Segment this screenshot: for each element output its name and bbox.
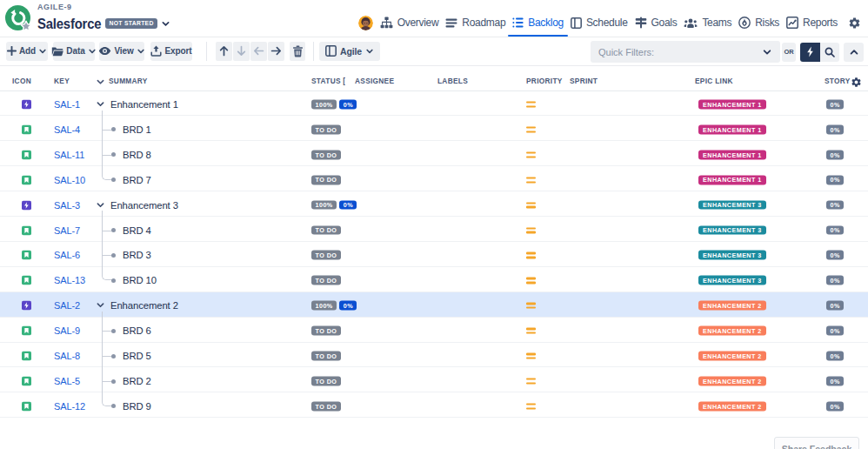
expand-chevron-icon[interactable] [96, 200, 105, 210]
column-header-priority[interactable]: PRIORITY [526, 77, 563, 86]
table-row[interactable]: SAL-4BRD 1TO DOENHANCEMENT 10% [0, 116, 868, 141]
epic-link-cell: ENHANCEMENT 2 [698, 402, 766, 412]
nav-tab-label: Reports [803, 17, 838, 29]
issue-key-link[interactable]: SAL-13 [54, 275, 85, 285]
expand-chevron-icon[interactable] [96, 100, 105, 110]
table-row[interactable]: SAL-2 Enhancement 2100%0%ENHANCEMENT 20% [0, 292, 868, 318]
settings-gear-icon[interactable] [848, 17, 861, 30]
table-row[interactable]: SAL-6BRD 3TO DOENHANCEMENT 30% [0, 242, 868, 267]
story-icon [22, 326, 31, 336]
sitemap-icon [380, 17, 393, 29]
story-points-badge: 0% [826, 175, 844, 184]
table-row[interactable]: SAL-8BRD 5TO DOENHANCEMENT 20% [0, 343, 868, 368]
epic-icon [22, 200, 31, 210]
issue-key-link[interactable]: SAL-5 [54, 376, 80, 386]
nav-tab-label: Teams [702, 17, 731, 29]
tree-line [102, 130, 111, 131]
nav-tab-teams[interactable]: Teams [684, 8, 731, 37]
epic-link-cell: ENHANCEMENT 2 [698, 352, 766, 361]
column-header-sprint[interactable]: SPRINT [570, 77, 598, 86]
status-cell: TO DO [311, 402, 341, 412]
nav-tab-roadmap[interactable]: Roadmap [445, 8, 505, 37]
story-points-cell: 0% [826, 175, 844, 184]
story-icon [22, 175, 31, 184]
issue-key-link[interactable]: SAL-10 [54, 175, 85, 185]
nav-tab-backlog[interactable]: Backlog [512, 8, 564, 37]
table-row[interactable]: SAL-3 Enhancement 3100%0%ENHANCEMENT 30% [0, 191, 868, 217]
nav-tab-reports[interactable]: Reports [786, 8, 838, 37]
story-points-cell: 0% [826, 251, 844, 260]
status-cell: TO DO [311, 225, 341, 235]
status-cell: TO DO [311, 150, 341, 159]
nav-tab-schedule[interactable]: Schedule [571, 8, 628, 37]
status-badge: 0% [339, 200, 357, 210]
issue-key-link[interactable]: SAL-4 [54, 124, 80, 135]
table-row[interactable]: SAL-5BRD 2TO DOENHANCEMENT 20% [0, 367, 868, 392]
story-points-badge: 0% [826, 100, 844, 110]
epic-link-cell: ENHANCEMENT 3 [698, 276, 766, 285]
priority-medium-icon [526, 303, 536, 309]
tree-line [102, 381, 111, 382]
sort-chevron-icon[interactable] [96, 77, 105, 87]
column-header-assignee[interactable]: ASSIGNEE [355, 77, 394, 86]
issue-key-link[interactable]: SAL-3 [54, 200, 80, 211]
issue-key-link[interactable]: SAL-11 [54, 150, 84, 160]
nav-tab-risks[interactable]: Risks [738, 8, 779, 37]
story-points-cell: 0% [826, 100, 844, 110]
column-header-story[interactable]: STORY [825, 77, 851, 86]
nav-tab-label: Schedule [586, 17, 628, 29]
status-badge: TO DO [311, 125, 341, 135]
issue-key-link[interactable]: SAL-8 [54, 351, 80, 361]
column-header-summary[interactable]: SUMMARY [109, 77, 148, 86]
quick-filter-lightning-button[interactable] [800, 43, 820, 62]
tree-line [102, 266, 112, 280]
column-header-icon[interactable]: ICON [12, 77, 31, 86]
expand-chevron-icon[interactable] [96, 301, 105, 311]
status-cell: TO DO [311, 251, 341, 260]
epic-link-badge: ENHANCEMENT 1 [698, 150, 766, 159]
column-header-status-c[interactable]: STATUS [C [311, 77, 345, 86]
search-button[interactable] [820, 43, 840, 62]
column-header-epic-link[interactable]: EPIC LINK [695, 77, 733, 86]
issue-key-link[interactable]: SAL-7 [54, 225, 80, 236]
status-cell: 100%0% [311, 100, 357, 110]
story-points-badge: 0% [826, 251, 844, 260]
table-row[interactable]: SAL-7BRD 4TO DOENHANCEMENT 30% [0, 217, 868, 242]
priority-medium-icon [526, 403, 536, 409]
table-row[interactable]: SAL-1 Enhancement 1100%0%ENHANCEMENT 10% [0, 91, 868, 117]
story-points-cell: 0% [826, 377, 844, 386]
quick-filters-select[interactable]: Quick Filters: [591, 41, 780, 64]
issue-key-link[interactable]: SAL-6 [54, 250, 80, 260]
column-header-key[interactable]: KEY [54, 77, 70, 86]
issue-key-link[interactable]: SAL-1 [54, 99, 80, 110]
story-points-badge: 0% [826, 301, 844, 311]
issue-key-link[interactable]: SAL-9 [54, 325, 80, 336]
table-row[interactable]: SAL-11BRD 8TO DOENHANCEMENT 10% [0, 141, 868, 166]
collapse-toolbar-button[interactable] [844, 43, 864, 62]
epic-link-badge: ENHANCEMENT 1 [698, 175, 766, 184]
table-row[interactable]: SAL-12BRD 9TO DOENHANCEMENT 20% [0, 392, 868, 418]
project-logo[interactable] [3, 3, 38, 38]
share-feedback-button[interactable]: Share Feedback [774, 437, 859, 449]
nav-tab-goals[interactable]: Goals [635, 8, 678, 37]
table-row[interactable]: SAL-9BRD 6TO DOENHANCEMENT 20% [0, 318, 868, 343]
tree-node-dot [111, 354, 116, 359]
project-title-block: AGILE-9 Salesforce NOT STARTED [37, 3, 170, 33]
issue-key-link[interactable]: SAL-12 [54, 401, 85, 412]
backlog-table: ICONKEYSUMMARYSTATUS [CASSIGNEELABELSPRI… [0, 66, 868, 418]
or-toggle[interactable]: OR [782, 43, 796, 62]
story-points-badge: 0% [826, 200, 844, 210]
status-badge: TO DO [311, 402, 341, 412]
nav-tab-label: Risks [755, 17, 779, 29]
nav-tab-overview[interactable]: Overview [380, 8, 439, 37]
status-cell: 100%0% [311, 301, 357, 311]
epic-icon [22, 100, 31, 110]
column-header-labels[interactable]: LABELS [437, 77, 468, 86]
user-avatar[interactable] [358, 16, 373, 30]
tree-node-dot [111, 329, 116, 333]
chevron-down-icon[interactable] [161, 19, 170, 29]
table-row[interactable]: SAL-10BRD 7TO DOENHANCEMENT 10% [0, 166, 868, 191]
issue-key-link[interactable]: SAL-2 [54, 300, 80, 311]
column-settings-gear-icon[interactable] [851, 77, 862, 88]
table-row[interactable]: SAL-13BRD 10TO DOENHANCEMENT 30% [0, 267, 868, 292]
